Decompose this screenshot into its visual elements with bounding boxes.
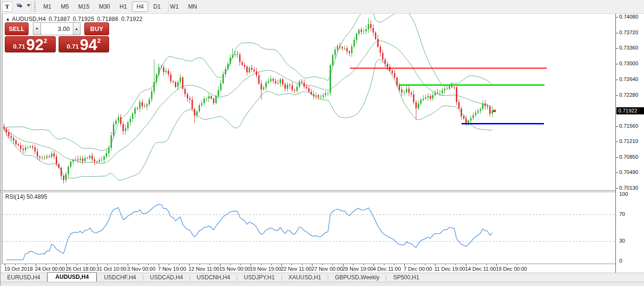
ohlc-open: 0.71887 (49, 16, 70, 22)
time-axis-tick (5, 264, 5, 266)
time-axis-tick (189, 264, 190, 266)
chart-tab-usdcad[interactable]: USDCAD,H4 (143, 273, 190, 282)
volume-increase-button[interactable]: ▲ (73, 22, 81, 35)
chart-tab-xauusd[interactable]: XAUUSD,H1 (282, 273, 328, 282)
time-axis-tick (332, 264, 333, 265)
time-axis[interactable]: 19 Oct 201824 Oct 00:0026 Oct 18:0031 Oc… (2, 264, 615, 273)
price-axis-tick (616, 17, 618, 18)
time-axis-tick (36, 264, 36, 266)
chart-symbol: AUDUSD,H4 (12, 16, 46, 22)
price-axis-label: 0.73360 (619, 45, 638, 51)
toolbar-separator (31, 1, 31, 12)
time-axis-tick (66, 264, 67, 266)
time-axis-tick (517, 264, 517, 265)
price-axis-label: 0.73000 (619, 61, 638, 66)
time-axis-label: 7 Nov 19:00 (158, 266, 186, 272)
price-axis-tick (616, 157, 618, 158)
time-axis-tick (210, 264, 210, 265)
text-label-tool-button[interactable]: T (2, 1, 12, 12)
time-axis-label: 22 Nov 11:00 (281, 266, 312, 272)
ohlc-close: 0.71922 (121, 16, 143, 22)
price-axis-label: 0.72640 (619, 76, 638, 82)
timeframe-button-m1[interactable]: M1 (39, 1, 56, 12)
ohlc-high: 0.71925 (73, 16, 94, 22)
mt4-window: T M1M5M15M30H1H4D1W1MN ▲AUDUSD,H40.71887… (0, 0, 644, 286)
spinner-down-icon: ▼ (35, 27, 39, 31)
time-axis-tick (128, 264, 128, 266)
timeframe-button-d1[interactable]: D1 (149, 1, 165, 12)
chart-tab-sp500[interactable]: SP500,H1 (386, 273, 426, 282)
timeframe-toolbar: M1M5M15M30H1H4D1W1MN (39, 1, 202, 12)
chart-tab-usdchf[interactable]: USDCHF,H4 (97, 273, 142, 282)
price-axis-tick (616, 173, 618, 173)
time-axis-tick (230, 264, 231, 265)
time-axis-tick (46, 264, 46, 265)
time-axis-label: 15 Nov 00:00 (220, 266, 251, 272)
timeframe-button-m30[interactable]: M30 (95, 1, 114, 12)
price-axis-tick (616, 126, 618, 127)
time-axis-tick (107, 264, 108, 265)
time-axis-label: 19 Oct 2018 (4, 266, 33, 272)
price-axis-tick (616, 188, 618, 189)
sell-quote-button[interactable]: 0.71 92 2 (5, 36, 56, 52)
time-axis-tick (312, 264, 312, 266)
cycle-symbols-button[interactable] (14, 1, 26, 11)
current-price-box: 0.71922 (616, 107, 644, 114)
time-axis-tick (200, 264, 200, 265)
time-axis-label: 31 Oct 10:00 (97, 266, 127, 272)
sell-price-point: 2 (44, 37, 47, 44)
chart-tab-gbpusd[interactable]: GBPUSD,Weekly (328, 273, 386, 282)
price-axis[interactable]: 0.740800.737200.733600.730000.726400.722… (615, 14, 644, 273)
price-axis-label: 0.73720 (619, 30, 638, 35)
rsi-canvas[interactable] (2, 192, 616, 264)
time-axis-tick (425, 264, 425, 265)
time-axis-tick (292, 264, 292, 265)
timeframe-button-m5[interactable]: M5 (57, 1, 73, 12)
timeframe-button-m15[interactable]: M15 (74, 1, 93, 12)
chart-tab-usdcnh[interactable]: USDCNH,H4 (190, 273, 237, 282)
time-axis-tick (271, 264, 272, 265)
time-axis-label: 11 Dec 19:00 (434, 266, 465, 272)
timeframe-button-h4[interactable]: H4 (132, 1, 148, 12)
time-axis-tick (414, 264, 415, 265)
one-click-trade-panel: SELL ▼ 3.00 ▲ BUY 0.71 92 2 0.71 94 (5, 22, 109, 52)
price-axis-label: 0.71560 (619, 123, 638, 129)
time-axis-tick (486, 264, 487, 265)
price-chart-panel: ▲AUDUSD,H40.718870.719250.718860.71922 S… (2, 14, 616, 190)
collapse-arrow-icon[interactable]: ▲ (6, 17, 10, 21)
time-axis-label: 14 Dec 11:00 (465, 266, 496, 272)
volume-decrease-button[interactable]: ▼ (33, 22, 41, 35)
time-axis-tick (56, 264, 57, 265)
price-axis-tick (616, 64, 618, 64)
rsi-panel: RSI(14) 50.4895 (2, 192, 616, 264)
time-axis-tick (302, 264, 302, 265)
chart-tab-audusd[interactable]: AUDUSD,H4 (47, 272, 97, 282)
time-axis-tick (476, 264, 476, 265)
spinner-up-icon: ▲ (75, 27, 79, 31)
timeframe-button-mn[interactable]: MN (184, 1, 201, 12)
sell-price-prefix: 0.71 (13, 43, 25, 50)
toolbar-grip[interactable] (34, 1, 36, 12)
time-axis-tick (363, 264, 364, 265)
toolbar-separator (12, 1, 12, 12)
price-axis-label: 0.70130 (619, 185, 638, 191)
time-axis-tick (138, 264, 139, 265)
time-axis-tick (159, 264, 159, 266)
buy-quote-button[interactable]: 0.71 94 2 (59, 36, 110, 52)
volume-input[interactable]: 3.00 (41, 22, 73, 35)
swap-arrows-icon (16, 3, 24, 10)
rsi-axis-label: 0 (619, 258, 622, 264)
chart-tab-eurusd[interactable]: EURUSD,H4 (0, 273, 47, 282)
sell-button[interactable]: SELL (5, 22, 29, 35)
buy-button[interactable]: BUY (84, 22, 109, 35)
status-bar (0, 282, 644, 286)
time-axis-tick (373, 264, 374, 266)
time-axis-label: 19 Nov 19:00 (250, 266, 281, 272)
price-axis-label: 0.72280 (619, 92, 638, 98)
time-axis-tick (220, 264, 221, 266)
time-axis-tick (322, 264, 323, 265)
timeframe-button-h1[interactable]: H1 (115, 1, 131, 12)
time-axis-tick (97, 264, 98, 266)
dropdown-caret-icon[interactable] (27, 4, 30, 7)
chart-tab-usdjpy[interactable]: USDJPY,H1 (237, 273, 281, 282)
